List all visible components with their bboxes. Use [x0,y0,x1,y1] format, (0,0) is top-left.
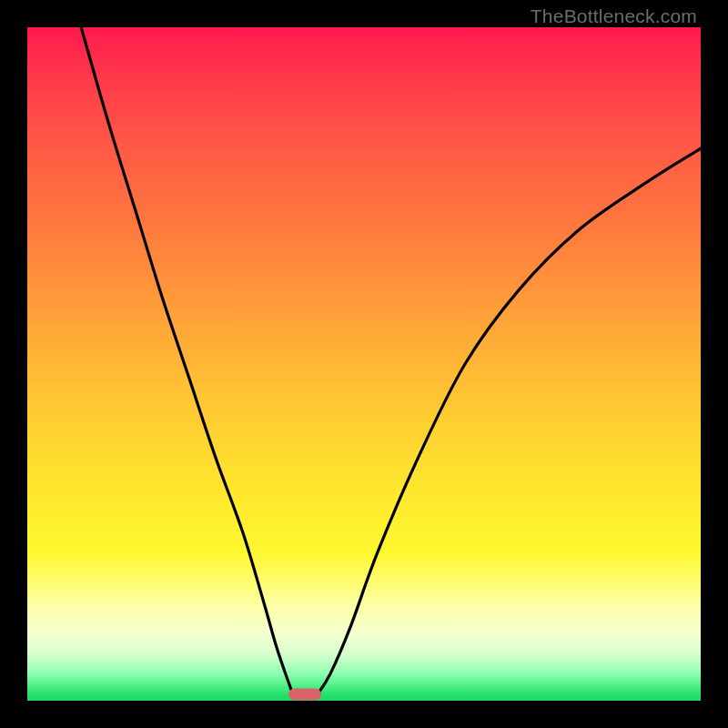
curve-right-branch [317,148,701,695]
chart-frame: TheBottleneck.com [0,0,728,728]
watermark-text: TheBottleneck.com [531,5,697,27]
plot-area [27,27,701,701]
curve-left-branch [81,27,293,695]
bottleneck-curve [27,27,701,701]
minimum-marker [288,688,321,700]
